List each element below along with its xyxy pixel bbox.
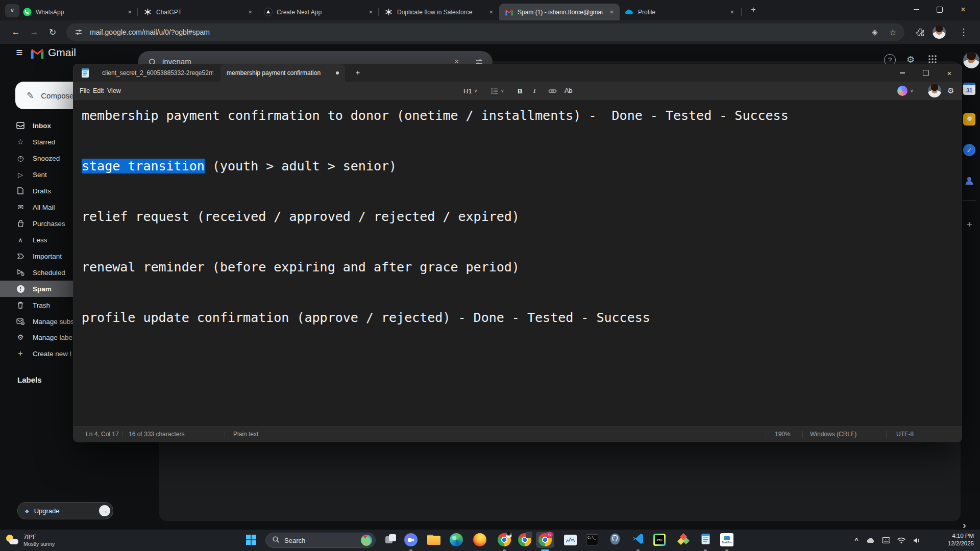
bookmark-star-icon[interactable]: ☆ xyxy=(889,28,896,37)
edge-icon xyxy=(450,533,463,546)
document-type: Plain text xyxy=(233,427,258,442)
tab-close-icon[interactable]: × xyxy=(247,8,253,16)
weather-widget[interactable]: 78°F Mostly sunny xyxy=(5,532,92,549)
menu-view[interactable]: View xyxy=(107,82,121,100)
url-text[interactable]: mail.google.com/mail/u/0/?ogbl#spam xyxy=(90,23,210,41)
menu-edit[interactable]: Edit xyxy=(93,82,104,100)
wifi-icon[interactable] xyxy=(895,530,908,551)
notepad-tab-membership[interactable]: membership payment confirmation xyxy=(220,64,345,82)
gmail-account-avatar[interactable] xyxy=(963,52,979,68)
tab-close-icon[interactable]: × xyxy=(729,8,735,16)
command-prompt-button[interactable]: C:\_ xyxy=(583,532,601,548)
tasks-icon[interactable]: ✓ xyxy=(963,144,975,156)
chrome-profile3-button[interactable]: S xyxy=(536,532,554,548)
browser-close-button[interactable]: × xyxy=(951,0,975,19)
browser-maximize-button[interactable] xyxy=(928,0,951,19)
gear-icon: ⚙ xyxy=(15,333,26,341)
notepad-settings-gear-icon[interactable]: ⚙ xyxy=(947,82,954,100)
copilot-icon[interactable]: ∨ xyxy=(897,82,914,100)
bold-button[interactable]: B xyxy=(518,82,522,100)
browser-minimize-button[interactable] xyxy=(904,0,928,19)
calendar-icon[interactable]: 31 xyxy=(963,83,975,95)
back-icon[interactable]: ← xyxy=(7,20,24,44)
pycharm-button[interactable]: PC xyxy=(650,532,669,548)
browser-tab-profile[interactable]: Profile × xyxy=(620,4,740,20)
new-tab-button[interactable]: + xyxy=(747,5,760,15)
get-addons-plus-icon[interactable]: + xyxy=(963,218,975,231)
forward-icon[interactable]: → xyxy=(26,20,43,44)
clear-formatting-button[interactable]: Ab xyxy=(565,82,572,100)
hamburger-menu-icon[interactable]: ≡ xyxy=(13,46,26,59)
extensions-puzzle-icon[interactable] xyxy=(912,20,929,44)
taskpro-app-button[interactable]: TaskPro xyxy=(718,532,736,548)
keep-icon[interactable] xyxy=(963,113,975,126)
file-explorer-button[interactable] xyxy=(425,532,443,548)
video-call-app-button[interactable] xyxy=(402,532,420,548)
text-line: profile update confirmation (approve / r… xyxy=(82,309,789,326)
profile-badge-s: S xyxy=(546,532,553,538)
reload-icon[interactable]: ↻ xyxy=(44,20,61,44)
address-bar[interactable]: mail.google.com/mail/u/0/?ogbl#spam ◈ ☆ xyxy=(66,23,904,41)
heading-style-button[interactable]: H1∨ xyxy=(463,82,477,100)
tray-time: 4:10 PM xyxy=(948,532,974,540)
list-button[interactable]: ∨ xyxy=(491,82,504,100)
chrome-profile2-button[interactable] xyxy=(516,532,534,548)
notepad-new-tab-button[interactable]: + xyxy=(352,68,363,78)
notepad-app-button[interactable] xyxy=(696,532,715,548)
browser-tab-whatsapp[interactable]: WhatsApp × xyxy=(17,4,138,20)
tray-chevron-up-icon[interactable]: ^ xyxy=(851,530,862,551)
start-button[interactable] xyxy=(242,532,260,548)
postgresql-button[interactable] xyxy=(606,532,624,548)
task-manager-button[interactable] xyxy=(561,532,579,548)
search-highlight-globe-icon: ♥ xyxy=(361,535,372,546)
browser-tab-salesforce-flow[interactable]: Duplicate flow in Salesforce × xyxy=(379,4,499,20)
browser-tab-create-next-app[interactable]: Create Next App × xyxy=(258,4,379,20)
chrome-profile1-button[interactable] xyxy=(495,532,513,548)
browser-menu-kebab-icon[interactable]: ⋮ xyxy=(955,20,972,44)
sidebar-label: Inbox xyxy=(33,122,51,130)
status-divider xyxy=(766,431,766,438)
notepad-tab-title: membership payment confirmation xyxy=(227,69,332,77)
notepad-minimize-button[interactable] xyxy=(891,64,914,82)
onedrive-cloud-icon[interactable] xyxy=(865,530,877,551)
language-keyboard-icon[interactable] xyxy=(880,530,892,551)
taskpro-icon: TaskPro xyxy=(720,533,733,546)
volume-icon[interactable] xyxy=(911,530,923,551)
labels-heading: Labels xyxy=(17,375,42,384)
vscode-button[interactable] xyxy=(629,532,647,548)
browser-profile-avatar[interactable] xyxy=(933,26,946,39)
pycharm-icon: PC xyxy=(653,534,666,546)
notepad-maximize-button[interactable] xyxy=(914,64,938,82)
notepad-editor[interactable]: membership payment confirmation to donor… xyxy=(74,100,962,427)
task-view-button[interactable] xyxy=(382,532,400,548)
tab-close-icon[interactable]: × xyxy=(608,8,615,16)
browser-tab-gmail-spam[interactable]: Spam (1) - ishann.tforce@gmai × xyxy=(499,4,620,20)
reading-mode-diamond-icon[interactable]: ◈ xyxy=(872,28,878,37)
upgrade-button[interactable]: ◆ Upgrade → xyxy=(17,502,113,519)
tab-close-icon[interactable]: × xyxy=(488,8,494,16)
notepad-tab-client-secret[interactable]: client_secret_2_60053885332-2reqe52rribc xyxy=(96,64,219,82)
jetbrains-tools-button[interactable] xyxy=(674,532,692,548)
google-apps-grid-icon[interactable] xyxy=(928,55,937,64)
notepad-account-avatar[interactable] xyxy=(928,84,941,97)
tab-close-icon[interactable]: × xyxy=(368,8,374,16)
menu-file[interactable]: File xyxy=(80,82,90,100)
site-info-tune-icon[interactable] xyxy=(75,28,83,36)
tab-divider xyxy=(741,8,742,16)
notepad-close-button[interactable]: × xyxy=(938,64,961,82)
tab-close-icon[interactable]: × xyxy=(127,8,133,16)
draft-icon xyxy=(15,187,26,194)
italic-button[interactable]: I xyxy=(533,82,535,100)
inbox-icon xyxy=(15,122,26,129)
contacts-icon[interactable] xyxy=(963,174,975,187)
link-button[interactable] xyxy=(548,82,557,100)
zoom-level[interactable]: 190% xyxy=(775,427,791,442)
taskbar-search-box[interactable]: Search ♥ xyxy=(265,533,376,548)
firefox-browser-button[interactable] xyxy=(471,532,489,548)
notepad-window[interactable]: client_secret_2_60053885332-2reqe52rribc… xyxy=(74,64,962,442)
browser-tab-chatgpt[interactable]: ChatGPT × xyxy=(138,4,258,20)
clock[interactable]: 4:10 PM 12/2/2025 xyxy=(948,532,974,547)
edge-browser-button[interactable] xyxy=(447,532,465,548)
settings-gear-icon[interactable]: ⚙ xyxy=(906,54,915,65)
tab-title: WhatsApp xyxy=(36,9,122,16)
